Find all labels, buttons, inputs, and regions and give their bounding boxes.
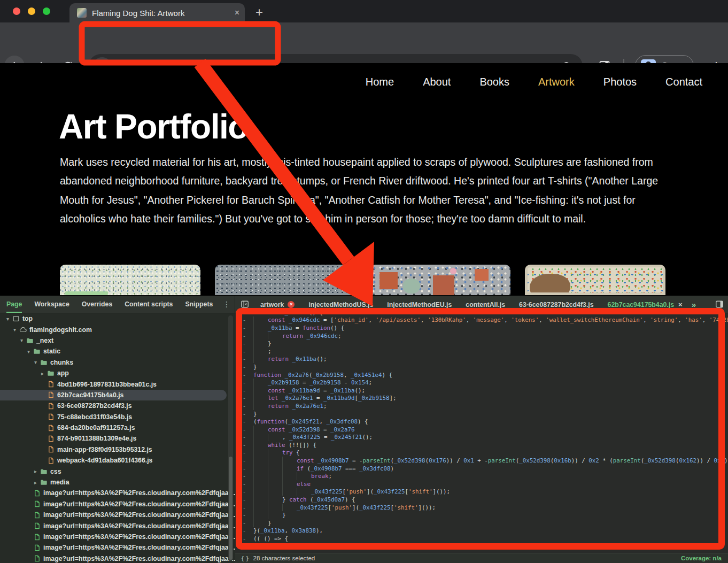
more-options-icon[interactable]: ⋮ [223, 296, 230, 313]
fold-marker: - [235, 488, 253, 495]
tree-item-8[interactable]: 63-6ce087287b2cd4f3.js [0, 400, 235, 411]
tree-item-4[interactable]: ▾chunks [0, 357, 235, 368]
nav-contact[interactable]: Contact [665, 76, 702, 88]
nav-artwork[interactable]: Artwork [538, 76, 575, 88]
sidebar-tab-overrides[interactable]: Overrides [82, 296, 112, 313]
artwork-thumb-3[interactable] [370, 265, 510, 295]
code-token: _0x2b9158 [268, 379, 299, 386]
window-close-button[interactable] [13, 7, 20, 15]
expand-arrow-icon[interactable]: ▾ [4, 316, 11, 322]
more-tabs-icon[interactable]: » [692, 300, 696, 309]
tree-item-15[interactable]: ▸media [0, 477, 235, 488]
expand-arrow-icon[interactable]: ▾ [18, 337, 25, 343]
folder-icon [32, 348, 42, 355]
editor-tab-63-6ce087287b2cd4f3-js[interactable]: 63-6ce087287b2cd4f3.js [512, 296, 600, 313]
expand-arrow-icon[interactable]: ▾ [25, 349, 32, 354]
code-line-25: -} catch (_0x45d0a7) { [235, 496, 728, 504]
window-zoom-button[interactable] [43, 7, 50, 15]
editor-tab-62b7cac94175b4a0-js[interactable]: 62b7cac94175b4a0.js× [601, 296, 690, 313]
collapse-arrow-icon[interactable]: ▸ [32, 468, 39, 474]
window-minimize-button[interactable] [28, 7, 35, 15]
indent-guide [253, 465, 268, 473]
nav-books[interactable]: Books [479, 76, 509, 88]
editor-tab-contentAll-js[interactable]: contentAll.js [459, 296, 512, 313]
toggle-navigator-icon[interactable] [241, 300, 249, 309]
code-token: * ( [599, 457, 613, 464]
tree-item-13[interactable]: webpack-4d91daba601f4366.js [0, 455, 235, 466]
artwork-thumb-2[interactable] [215, 265, 355, 295]
fold-marker: - [235, 356, 253, 363]
tree-item-label: chunks [50, 359, 73, 366]
tree-item-22[interactable]: image?url=https%3A%2F%2Fres.cloudinary.c… [0, 553, 235, 563]
fold-marker: - [235, 535, 253, 542]
code-token: , [643, 317, 650, 323]
tab-close-icon[interactable]: × [678, 300, 683, 309]
code-token: _0x2a76 [330, 426, 355, 433]
tree-item-20[interactable]: image?url=https%3A%2F%2Fres.cloudinary.c… [0, 531, 235, 542]
code-line-7: -return _0x11ba(); [235, 356, 728, 364]
nav-home[interactable]: Home [366, 76, 394, 88]
sidebar-tab-snippets[interactable]: Snippets [185, 296, 213, 313]
folder-icon [39, 479, 49, 486]
sidebar-tab-content-scripts[interactable]: Content scripts [125, 296, 173, 313]
new-tab-button[interactable]: + [250, 3, 268, 21]
sidebar-tab-workspace[interactable]: Workspace [34, 296, 69, 313]
indent-guide [268, 504, 282, 512]
artwork-thumb-1[interactable] [60, 265, 200, 295]
tree-item-21[interactable]: image?url=https%3A%2F%2Fres.cloudinary.c… [0, 542, 235, 553]
code-token: } [282, 496, 289, 503]
editor-tab-artwork[interactable]: artwork× [253, 296, 301, 313]
code-token: ) + [724, 457, 728, 464]
tree-item-11[interactable]: 874-b9011388b1309e4e.js [0, 433, 235, 444]
collapse-arrow-icon[interactable]: ▸ [32, 480, 39, 485]
tree-item-10[interactable]: 684-da20be0af911257a.js [0, 422, 235, 433]
expand-arrow-icon[interactable]: ▾ [32, 359, 39, 365]
expand-arrow-icon[interactable]: ▾ [11, 327, 18, 333]
tree-item-16[interactable]: image?url=https%3A%2F%2Fres.cloudinary.c… [0, 488, 235, 498]
page-title: Art Portfolio [59, 107, 248, 146]
tree-item-6[interactable]: 4bd1b696-1897831b3bbea01c.js [0, 379, 235, 389]
code-token: 'tokens' [511, 317, 539, 323]
code-token: ]; [390, 395, 397, 402]
tree-item-3[interactable]: ▾static [0, 346, 235, 357]
code-token: _0x11ba [292, 356, 317, 363]
js-file-icon [46, 381, 56, 388]
code-token: )) / [571, 457, 589, 464]
code-token: )) / [696, 457, 714, 464]
nav-photos[interactable]: Photos [603, 76, 637, 88]
fold-marker: - [235, 512, 253, 519]
toggle-debugger-sidebar-icon[interactable] [715, 300, 724, 309]
nav-about[interactable]: About [423, 76, 451, 88]
code-token: parseInt [488, 457, 516, 464]
tree-item-label: webpack-4d91daba601f4366.js [57, 457, 152, 464]
indent-guide [268, 480, 282, 488]
code-token: = [292, 325, 303, 331]
tree-item-9[interactable]: 75-c88ebcd31f03e54b.js [0, 412, 235, 422]
tree-scrollbar[interactable] [228, 315, 233, 561]
fold-marker: - [235, 379, 253, 386]
tree-item-2[interactable]: ▾_next [0, 335, 235, 346]
sidebar-tab-page[interactable]: Page [6, 296, 22, 313]
editor-tab-injectedMethodUS-js[interactable]: injectedMethodUS.js [301, 296, 380, 313]
code-token: ) { [358, 418, 368, 425]
tree-item-7[interactable]: 62b7cac94175b4a0.js [0, 390, 227, 400]
code-token: ; [323, 403, 327, 410]
code-token: _0x2a76e1 [282, 395, 313, 402]
tree-item-12[interactable]: main-app-f38f0d9153b95312.js [0, 444, 235, 455]
editor-tab-injectedMethodEU-js[interactable]: injectedMethodEU.js [380, 296, 459, 313]
tree-item-18[interactable]: image?url=https%3A%2F%2Fres.cloudinary.c… [0, 510, 235, 520]
tree-item-17[interactable]: image?url=https%3A%2F%2Fres.cloudinary.c… [0, 499, 235, 510]
tree-item-0[interactable]: ▾top [0, 313, 235, 324]
tab-close-icon[interactable]: × [235, 8, 239, 18]
code-token: , [504, 317, 511, 323]
code-editor[interactable]: -function _0x11ba() {-const _0x946cdc = … [235, 313, 728, 553]
artwork-thumb-4[interactable] [525, 265, 665, 295]
tree-item-5[interactable]: ▸app [0, 368, 235, 379]
tree-item-19[interactable]: image?url=https%3A%2F%2Fres.cloudinary.c… [0, 520, 235, 531]
collapse-arrow-icon[interactable]: ▸ [39, 371, 46, 376]
browser-tab[interactable]: Flaming Dog Shit: Artwork × [69, 3, 245, 22]
code-token: _0x11ba [268, 325, 292, 331]
tree-item-1[interactable]: ▾flamingdogshit.com [0, 324, 235, 335]
tree-item-14[interactable]: ▸css [0, 466, 235, 476]
fold-marker: - [235, 527, 253, 534]
